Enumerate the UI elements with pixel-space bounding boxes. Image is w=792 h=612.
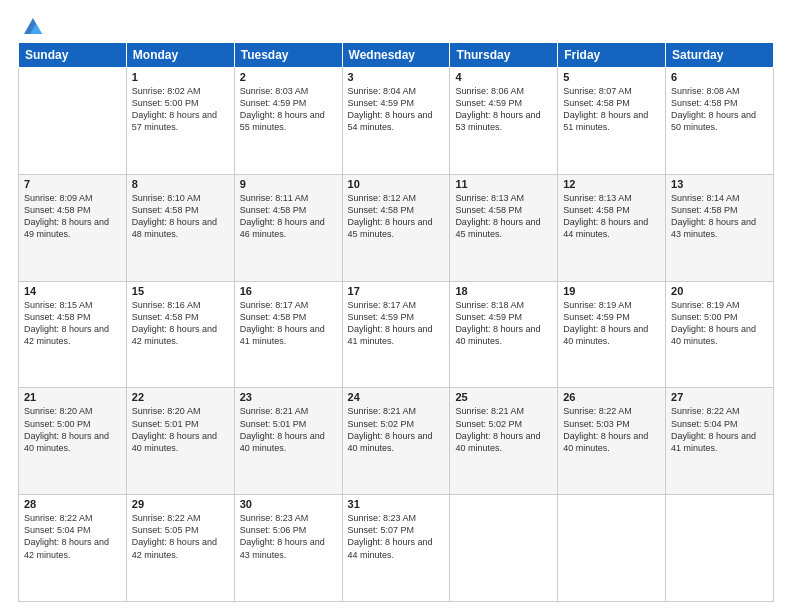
calendar-cell: [450, 495, 558, 602]
calendar-week-0: 1Sunrise: 8:02 AMSunset: 5:00 PMDaylight…: [19, 68, 774, 175]
calendar-cell: 18Sunrise: 8:18 AMSunset: 4:59 PMDayligh…: [450, 281, 558, 388]
calendar-cell: 11Sunrise: 8:13 AMSunset: 4:58 PMDayligh…: [450, 174, 558, 281]
calendar-week-4: 28Sunrise: 8:22 AMSunset: 5:04 PMDayligh…: [19, 495, 774, 602]
day-number: 27: [671, 391, 768, 403]
day-number: 11: [455, 178, 552, 190]
day-number: 19: [563, 285, 660, 297]
calendar-cell: 28Sunrise: 8:22 AMSunset: 5:04 PMDayligh…: [19, 495, 127, 602]
day-number: 31: [348, 498, 445, 510]
weekday-header-row: SundayMondayTuesdayWednesdayThursdayFrid…: [19, 43, 774, 68]
day-info: Sunrise: 8:22 AMSunset: 5:04 PMDaylight:…: [24, 512, 121, 561]
calendar-week-3: 21Sunrise: 8:20 AMSunset: 5:00 PMDayligh…: [19, 388, 774, 495]
day-info: Sunrise: 8:19 AMSunset: 5:00 PMDaylight:…: [671, 299, 768, 348]
day-number: 5: [563, 71, 660, 83]
day-info: Sunrise: 8:13 AMSunset: 4:58 PMDaylight:…: [455, 192, 552, 241]
day-number: 8: [132, 178, 229, 190]
calendar-table: SundayMondayTuesdayWednesdayThursdayFrid…: [18, 42, 774, 602]
calendar-cell: 14Sunrise: 8:15 AMSunset: 4:58 PMDayligh…: [19, 281, 127, 388]
day-info: Sunrise: 8:02 AMSunset: 5:00 PMDaylight:…: [132, 85, 229, 134]
day-info: Sunrise: 8:21 AMSunset: 5:01 PMDaylight:…: [240, 405, 337, 454]
calendar-cell: 19Sunrise: 8:19 AMSunset: 4:59 PMDayligh…: [558, 281, 666, 388]
calendar-cell: 7Sunrise: 8:09 AMSunset: 4:58 PMDaylight…: [19, 174, 127, 281]
day-number: 13: [671, 178, 768, 190]
day-number: 3: [348, 71, 445, 83]
calendar-cell: 21Sunrise: 8:20 AMSunset: 5:00 PMDayligh…: [19, 388, 127, 495]
day-info: Sunrise: 8:20 AMSunset: 5:00 PMDaylight:…: [24, 405, 121, 454]
weekday-sunday: Sunday: [19, 43, 127, 68]
day-number: 25: [455, 391, 552, 403]
day-info: Sunrise: 8:13 AMSunset: 4:58 PMDaylight:…: [563, 192, 660, 241]
day-info: Sunrise: 8:06 AMSunset: 4:59 PMDaylight:…: [455, 85, 552, 134]
calendar-cell: 29Sunrise: 8:22 AMSunset: 5:05 PMDayligh…: [126, 495, 234, 602]
weekday-wednesday: Wednesday: [342, 43, 450, 68]
day-info: Sunrise: 8:10 AMSunset: 4:58 PMDaylight:…: [132, 192, 229, 241]
day-number: 7: [24, 178, 121, 190]
calendar-cell: 15Sunrise: 8:16 AMSunset: 4:58 PMDayligh…: [126, 281, 234, 388]
day-number: 28: [24, 498, 121, 510]
day-info: Sunrise: 8:19 AMSunset: 4:59 PMDaylight:…: [563, 299, 660, 348]
day-info: Sunrise: 8:20 AMSunset: 5:01 PMDaylight:…: [132, 405, 229, 454]
day-info: Sunrise: 8:21 AMSunset: 5:02 PMDaylight:…: [348, 405, 445, 454]
day-number: 6: [671, 71, 768, 83]
day-info: Sunrise: 8:22 AMSunset: 5:03 PMDaylight:…: [563, 405, 660, 454]
weekday-monday: Monday: [126, 43, 234, 68]
day-number: 26: [563, 391, 660, 403]
day-number: 16: [240, 285, 337, 297]
calendar-cell: 13Sunrise: 8:14 AMSunset: 4:58 PMDayligh…: [666, 174, 774, 281]
logo-icon: [22, 16, 44, 36]
calendar-cell: 30Sunrise: 8:23 AMSunset: 5:06 PMDayligh…: [234, 495, 342, 602]
calendar-cell: 26Sunrise: 8:22 AMSunset: 5:03 PMDayligh…: [558, 388, 666, 495]
day-number: 29: [132, 498, 229, 510]
day-number: 22: [132, 391, 229, 403]
weekday-friday: Friday: [558, 43, 666, 68]
calendar-cell: 6Sunrise: 8:08 AMSunset: 4:58 PMDaylight…: [666, 68, 774, 175]
calendar-cell: [558, 495, 666, 602]
day-info: Sunrise: 8:12 AMSunset: 4:58 PMDaylight:…: [348, 192, 445, 241]
day-info: Sunrise: 8:22 AMSunset: 5:05 PMDaylight:…: [132, 512, 229, 561]
day-number: 9: [240, 178, 337, 190]
day-number: 14: [24, 285, 121, 297]
day-number: 12: [563, 178, 660, 190]
day-number: 2: [240, 71, 337, 83]
day-info: Sunrise: 8:14 AMSunset: 4:58 PMDaylight:…: [671, 192, 768, 241]
day-number: 24: [348, 391, 445, 403]
day-number: 4: [455, 71, 552, 83]
calendar-cell: [666, 495, 774, 602]
day-info: Sunrise: 8:23 AMSunset: 5:07 PMDaylight:…: [348, 512, 445, 561]
calendar-cell: [19, 68, 127, 175]
calendar-cell: 8Sunrise: 8:10 AMSunset: 4:58 PMDaylight…: [126, 174, 234, 281]
calendar-cell: 17Sunrise: 8:17 AMSunset: 4:59 PMDayligh…: [342, 281, 450, 388]
day-info: Sunrise: 8:16 AMSunset: 4:58 PMDaylight:…: [132, 299, 229, 348]
calendar-week-1: 7Sunrise: 8:09 AMSunset: 4:58 PMDaylight…: [19, 174, 774, 281]
calendar-cell: 10Sunrise: 8:12 AMSunset: 4:58 PMDayligh…: [342, 174, 450, 281]
day-info: Sunrise: 8:23 AMSunset: 5:06 PMDaylight:…: [240, 512, 337, 561]
calendar-cell: 23Sunrise: 8:21 AMSunset: 5:01 PMDayligh…: [234, 388, 342, 495]
calendar-cell: 25Sunrise: 8:21 AMSunset: 5:02 PMDayligh…: [450, 388, 558, 495]
day-info: Sunrise: 8:21 AMSunset: 5:02 PMDaylight:…: [455, 405, 552, 454]
header: [18, 18, 774, 34]
calendar-cell: 9Sunrise: 8:11 AMSunset: 4:58 PMDaylight…: [234, 174, 342, 281]
day-info: Sunrise: 8:03 AMSunset: 4:59 PMDaylight:…: [240, 85, 337, 134]
calendar-cell: 16Sunrise: 8:17 AMSunset: 4:58 PMDayligh…: [234, 281, 342, 388]
day-info: Sunrise: 8:15 AMSunset: 4:58 PMDaylight:…: [24, 299, 121, 348]
calendar-cell: 20Sunrise: 8:19 AMSunset: 5:00 PMDayligh…: [666, 281, 774, 388]
calendar-week-2: 14Sunrise: 8:15 AMSunset: 4:58 PMDayligh…: [19, 281, 774, 388]
page: SundayMondayTuesdayWednesdayThursdayFrid…: [0, 0, 792, 612]
day-info: Sunrise: 8:04 AMSunset: 4:59 PMDaylight:…: [348, 85, 445, 134]
day-info: Sunrise: 8:18 AMSunset: 4:59 PMDaylight:…: [455, 299, 552, 348]
day-number: 21: [24, 391, 121, 403]
day-number: 18: [455, 285, 552, 297]
calendar-cell: 22Sunrise: 8:20 AMSunset: 5:01 PMDayligh…: [126, 388, 234, 495]
day-number: 23: [240, 391, 337, 403]
logo: [18, 18, 44, 34]
weekday-tuesday: Tuesday: [234, 43, 342, 68]
day-info: Sunrise: 8:17 AMSunset: 4:59 PMDaylight:…: [348, 299, 445, 348]
day-info: Sunrise: 8:09 AMSunset: 4:58 PMDaylight:…: [24, 192, 121, 241]
day-number: 15: [132, 285, 229, 297]
calendar-cell: 27Sunrise: 8:22 AMSunset: 5:04 PMDayligh…: [666, 388, 774, 495]
calendar-cell: 12Sunrise: 8:13 AMSunset: 4:58 PMDayligh…: [558, 174, 666, 281]
day-number: 30: [240, 498, 337, 510]
day-info: Sunrise: 8:08 AMSunset: 4:58 PMDaylight:…: [671, 85, 768, 134]
calendar-cell: 31Sunrise: 8:23 AMSunset: 5:07 PMDayligh…: [342, 495, 450, 602]
day-info: Sunrise: 8:11 AMSunset: 4:58 PMDaylight:…: [240, 192, 337, 241]
